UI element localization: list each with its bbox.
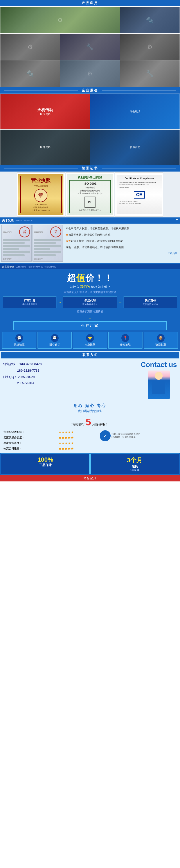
phone-1: 133-3268-8478 (19, 362, 42, 366)
product-image-1: ⚙ (0, 7, 120, 33)
invoice-content: 001107376 天机传动 发票专用章 001107376 专用章 (0, 224, 180, 263)
invoice-label-en: ABOUT INVOICE (16, 219, 32, 222)
qq-row: 服务QQ： 2355938366 (3, 374, 139, 380)
feature-5-label: 破损包退 (145, 343, 177, 347)
invoice-line-7 (34, 239, 61, 241)
stamp-2: 专用章 (50, 226, 61, 238)
rating-num: 5 (86, 417, 91, 427)
product-image-2: 🔩 (120, 7, 180, 33)
price-feature-1: 💬 快速响应 (2, 332, 36, 348)
price-box-1-sub: 成本价批量批发 (5, 303, 55, 306)
guarantee-2-big: 3个月 (92, 456, 177, 465)
product-image-7: ⚙ (60, 60, 120, 87)
invoice-header-bar: 关于发票 ABOUT INVOICE (0, 217, 180, 224)
contact-content: 销售热线： 133-3268-8478 180-2828-7736 服务QQ： … (1, 359, 179, 401)
expo-image-2: 展会现场 (90, 94, 180, 129)
price-title-em: 值 (76, 273, 85, 283)
contact-us-text: Contact us (141, 361, 177, 369)
price-box-1: 厂商供货 成本价批量批发 (3, 296, 56, 308)
service-sub: 我们竭诚为您服务 (1, 409, 179, 413)
price-box-2-sub: 增加各种成本价 (65, 303, 115, 306)
invoice-point-3: ★★如需开普票，增普票，请提供公司的开票信息 (66, 239, 177, 243)
phone-row: 销售热线： 133-3268-8478 (3, 361, 139, 367)
invoice-line-8 (34, 242, 56, 244)
rating-row-1: 宝贝与描述相符： ★★★★★ ✓ 如有不满意的地方请联系我们 我们将努力改善为您… (2, 429, 178, 435)
rating-stars-4: ★★★★★ (57, 446, 99, 451)
price-feature-3: ⭐ 专业推荐 (73, 332, 107, 348)
invoice-point-2: ★如需开收票，请提供公司的单位名称 (66, 232, 177, 237)
price-feature-label: 把更多实惠留给消费者 (0, 310, 180, 313)
rating-stars-3: ★★★★★ (57, 440, 99, 446)
cert-yinzhao[interactable]: 营业执照 中华人民共和国 章 名称: 天机传动 类型: 有限责任公司 注册号: … (17, 173, 65, 217)
expo-image-1: 天机传动 展位现场 (0, 94, 90, 129)
invoice-line-3 (3, 245, 30, 247)
invoice-section: 关于发票 ABOUT INVOICE 001107376 天机传动 发票专用章 (0, 217, 180, 263)
price-header-zh: 超高性价比 (2, 265, 14, 269)
phone-row-2: 180-2828-7736 (3, 367, 139, 374)
honor-section: 荣誉证书 营业执照 中华人民共和国 章 名称: 天机传动 类型: 有限责任公司 … (0, 165, 180, 217)
rating-label-3: 卖家发货速度： (2, 440, 57, 446)
invoice-line-12 (34, 254, 56, 256)
rating-table: 宝贝与描述相符： ★★★★★ ✓ 如有不满意的地方请联系我们 我们将努力改善为您… (2, 429, 178, 451)
yinzhao-title: 营业执照 (22, 177, 60, 184)
rating-label-1: 宝贝与描述相符： (2, 429, 57, 435)
price-features: 💬 快速响应 💬 耐心解答 ⭐ 专业推荐 📍 修改地址 📦 破损包退 (2, 332, 178, 348)
price-big-title: 超值价！！ (0, 272, 180, 284)
divider-line-right (102, 3, 176, 3)
enterprise-header: 企业展会 (0, 87, 180, 94)
guarantee-section: 100% 正品保障 3个月 包换 1年保修 (0, 453, 180, 475)
product-apps-section: 产品应用 ⚙ 🔩 ⚙ 🔧 ⚙ 🔩 ⚙ 🔧 (0, 0, 180, 87)
invoice-line-2 (3, 242, 25, 244)
rating-section: 满意请打 5 分好评哦！ 宝贝与描述相符： ★★★★★ ✓ 如有不满意的地方请联… (0, 415, 180, 453)
honor-divider-left (4, 168, 78, 168)
product-image-5: ⚙ (120, 34, 180, 60)
honor-header: 荣誉证书 (0, 165, 180, 172)
feature-5-icon: 📦 (157, 334, 164, 342)
feature-4-label: 修改地址 (110, 343, 141, 347)
product-apps-title: 产品应用 (78, 1, 102, 5)
honor-title: 荣誉证书 (78, 166, 102, 170)
enterprise-section: 企业展会 天机传动 展位现场 展会现场 展览现场 参展留念 (0, 87, 180, 165)
phone-2: 180-2828-7736 (17, 369, 39, 372)
price-header-en: ULTRA HIGH PERFORMANCE PRICE RATIO (16, 266, 56, 268)
price-feature-2: 💬 耐心解答 (37, 332, 71, 348)
price-section: 超高性价比 ULTRA HIGH PERFORMANCE PRICE RATIO… (0, 263, 180, 350)
expo-image-4: 参展留念 (90, 130, 180, 165)
enterprise-grid: 天机传动 展位现场 展会现场 展览现场 参展留念 (0, 94, 180, 165)
guarantee-2-label: 包换 (92, 465, 177, 468)
invoice-point-1: 本公司可开具收票，增值税普通发票、增值税专用发票 (66, 226, 177, 230)
enterprise-divider-left (4, 90, 78, 91)
invoice-line-5 (3, 251, 30, 253)
cert-iso[interactable]: 质量管理体系认证证书 ISO 9001 本证书证明 天机传动设备有限公司 已通过… (66, 173, 114, 217)
ce-badge: CE (134, 191, 145, 198)
price-title-text2: 价！！ (85, 273, 113, 283)
invoice-footer-text: 天机传动 (66, 251, 177, 255)
guarantee-box-1: 100% 正品保障 (1, 454, 90, 474)
footer-label: 精品宝贝 (83, 476, 97, 480)
contact-info: 销售热线： 133-3268-8478 180-2828-7736 服务QQ： … (3, 361, 139, 399)
price-box-3: 我们直销 无任何附加成本 (124, 296, 177, 308)
compliance-content: Certificate of Compliance This is to cer… (117, 175, 162, 214)
enterprise-title: 企业展会 (78, 88, 102, 92)
price-arrow-right-2: → (118, 296, 122, 308)
contact-title: 联系方式 (83, 353, 97, 357)
complaint-text: 如有不满意的地方请联系我们 我们将努力改善为您服务 (112, 433, 140, 439)
contact-right: Contact us (141, 361, 177, 399)
price-box-2-label: 多层代理 (65, 299, 115, 303)
feature-2-label: 耐心解答 (39, 343, 70, 347)
invoice-line-10 (34, 248, 50, 250)
invoice-line-1 (3, 239, 30, 241)
price-arrow-right-1: → (58, 296, 62, 308)
product-apps-header: 产品应用 (0, 0, 180, 6)
phone-label: 销售热线： (3, 362, 19, 366)
price-sub-em: 我们的 (80, 285, 90, 288)
invoice-line-4 (3, 248, 19, 250)
qq-1: 2355938366 (18, 375, 35, 379)
invoice-images: 001107376 天机传动 发票专用章 001107376 专用章 (1, 225, 63, 261)
rating-label-2: 卖家的服务态度： (2, 435, 57, 440)
feature-3-icon: ⭐ (86, 334, 94, 342)
footer-bar: 精品宝贝 (0, 475, 180, 482)
invoice-dropdown-icon[interactable] (176, 219, 178, 222)
cert-compliance[interactable]: Certificate of Compliance This is to cer… (115, 173, 163, 217)
invoice-text-block: 本公司可开具收票，增值税普通发票、增值税专用发票 ★如需开收票，请提供公司的单位… (64, 225, 179, 261)
